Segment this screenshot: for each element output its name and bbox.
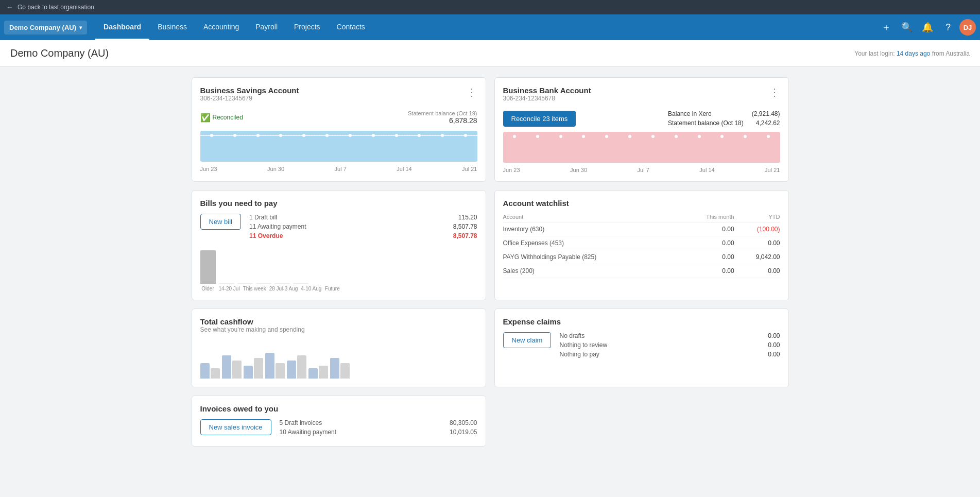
chart-label-1: Jun 30 bbox=[267, 166, 284, 172]
nav-links: Dashboard Business Accounting Payroll Pr… bbox=[95, 14, 373, 40]
statement-balance-label: Statement balance (Oct 19) bbox=[408, 110, 477, 116]
invoice-left: New sales invoice bbox=[200, 419, 271, 435]
savings-menu-icon[interactable]: ⋮ bbox=[467, 86, 477, 98]
nav-link-projects[interactable]: Projects bbox=[286, 14, 329, 40]
last-login: Your last login: 14 days ago from Austra… bbox=[854, 50, 970, 57]
chart-dot bbox=[744, 135, 747, 138]
cf-bar-group-0 bbox=[200, 363, 220, 379]
dropdown-arrow-icon: ▾ bbox=[79, 25, 82, 30]
expense-right: No drafts 0.00 Nothing to review 0.00 No… bbox=[559, 332, 780, 360]
add-button[interactable]: ＋ bbox=[877, 18, 896, 37]
draft-bill-amount: 115.20 bbox=[458, 214, 477, 221]
bar-label-3: 28 Jul-3 Aug bbox=[269, 286, 298, 292]
chart-dot bbox=[233, 134, 236, 137]
reconcile-button[interactable]: Reconcile 23 items bbox=[503, 111, 576, 127]
bank-menu-icon[interactable]: ⋮ bbox=[769, 86, 780, 98]
bar-chart-bars bbox=[200, 248, 477, 284]
cf-bar-group-3 bbox=[265, 353, 285, 379]
balance-in-xero-label: Balance in Xero bbox=[668, 110, 712, 117]
nothing-pay-amount: 0.00 bbox=[768, 351, 780, 358]
company-selector[interactable]: Demo Company (AU) ▾ bbox=[4, 21, 87, 35]
watchlist-thismonth-1: 0.00 bbox=[681, 236, 734, 250]
savings-account-number: 306-234-12345679 bbox=[200, 95, 299, 102]
expense-content: New claim No drafts 0.00 Nothing to revi… bbox=[503, 332, 780, 360]
chart-dot bbox=[464, 134, 467, 137]
watchlist-table: Account This month YTD Inventory (630) 0… bbox=[503, 212, 780, 278]
watchlist-row: Sales (200) 0.00 0.00 bbox=[503, 264, 780, 278]
cf-expense-bar-6 bbox=[340, 363, 350, 379]
awaiting-invoices-label: 10 Awaiting payment bbox=[280, 429, 337, 436]
nav-right: ＋ 🔍 🔔 ? DJ bbox=[877, 18, 976, 37]
bar-thisweek bbox=[237, 283, 253, 284]
bank-chart-label-0: Jun 23 bbox=[503, 167, 520, 173]
card-header: Business Savings Account 306-234-1234567… bbox=[200, 86, 477, 108]
nav-link-contacts[interactable]: Contacts bbox=[329, 14, 373, 40]
chart-label-2: Jul 7 bbox=[335, 166, 347, 172]
savings-title: Business Savings Account bbox=[200, 86, 299, 95]
cf-income-bar-3 bbox=[265, 353, 274, 379]
cf-income-bar-0 bbox=[200, 363, 210, 379]
invoices-card: Invoices owed to you New sales invoice 5… bbox=[192, 396, 486, 447]
chart-dot bbox=[395, 134, 398, 137]
watchlist-col-account: Account bbox=[503, 212, 681, 222]
avatar[interactable]: DJ bbox=[959, 19, 976, 36]
nav-link-payroll[interactable]: Payroll bbox=[247, 14, 286, 40]
watchlist-ytd-3: 0.00 bbox=[734, 264, 780, 278]
notifications-button[interactable]: 🔔 bbox=[918, 18, 937, 37]
chart-dot bbox=[698, 135, 701, 138]
bank-title: Business Bank Account bbox=[503, 86, 591, 95]
balance-in-xero-amount: (2,921.48) bbox=[752, 110, 780, 117]
watchlist-row: Inventory (630) 0.00 (100.00) bbox=[503, 222, 780, 236]
chart-dot bbox=[582, 135, 585, 138]
expense-left: New claim bbox=[503, 332, 552, 348]
main-content: Business Savings Account 306-234-1234567… bbox=[181, 67, 799, 457]
last-login-link[interactable]: 14 days ago bbox=[897, 50, 930, 57]
bar-label-1: 14-20 Jul bbox=[219, 286, 240, 292]
cf-expense-bar-0 bbox=[211, 368, 220, 379]
bills-bar-chart: Older 14-20 Jul This week 28 Jul-3 Aug 4… bbox=[200, 248, 477, 292]
help-button[interactable]: ? bbox=[939, 18, 957, 37]
nav-link-dashboard[interactable]: Dashboard bbox=[95, 14, 149, 40]
nothing-pay-row: Nothing to pay 0.00 bbox=[559, 351, 780, 358]
chart-dot bbox=[513, 135, 516, 138]
cashflow-title: Total cashflow bbox=[200, 317, 477, 326]
chart-dot bbox=[767, 135, 770, 138]
cashflow-chart bbox=[200, 337, 477, 379]
watchlist-thismonth-3: 0.00 bbox=[681, 264, 734, 278]
watchlist-ytd-2: 9,042.00 bbox=[734, 250, 780, 264]
cf-bar-group-1 bbox=[222, 355, 242, 379]
search-button[interactable]: 🔍 bbox=[898, 18, 916, 37]
bank-balance-info: Balance in Xero (2,921.48) Statement bal… bbox=[668, 110, 780, 127]
bar-label-5: Future bbox=[324, 286, 340, 292]
cf-bar-group-5 bbox=[308, 366, 328, 379]
no-drafts-label: No drafts bbox=[559, 332, 584, 339]
bank-statement-amount: 4,242.62 bbox=[756, 119, 780, 127]
new-bill-button[interactable]: New bill bbox=[200, 214, 242, 230]
nav-link-accounting[interactable]: Accounting bbox=[195, 14, 247, 40]
page-header: Demo Company (AU) Your last login: 14 da… bbox=[0, 40, 980, 67]
cf-income-bar-6 bbox=[330, 358, 339, 379]
top-bar[interactable]: ← Go back to last organisation bbox=[0, 0, 980, 14]
bank-chart-labels: Jun 23 Jun 30 Jul 7 Jul 14 Jul 21 bbox=[503, 167, 780, 173]
watchlist-thismonth-2: 0.00 bbox=[681, 250, 734, 264]
chart-dots-pink bbox=[503, 135, 780, 138]
chart-label-4: Jul 21 bbox=[462, 166, 477, 172]
cf-income-bar-5 bbox=[308, 368, 318, 379]
reconciled-label: Reconciled bbox=[213, 114, 243, 121]
invoice-right: 5 Draft invoices 80,305.00 10 Awaiting p… bbox=[280, 419, 477, 438]
watchlist-ytd-1: 0.00 bbox=[734, 236, 780, 250]
nothing-review-row: Nothing to review 0.00 bbox=[559, 341, 780, 349]
awaiting-bill-amount: 8,507.78 bbox=[453, 223, 477, 230]
chart-labels: Jun 23 Jun 30 Jul 7 Jul 14 Jul 21 bbox=[200, 166, 477, 172]
new-claim-button[interactable]: New claim bbox=[503, 332, 552, 348]
bar-older bbox=[200, 250, 216, 284]
chart-dot bbox=[325, 134, 329, 137]
awaiting-bill-label: 11 Awaiting payment bbox=[249, 223, 306, 230]
business-bank-card: Business Bank Account 306-234-12345678 ⋮… bbox=[494, 77, 789, 182]
new-sales-invoice-button[interactable]: New sales invoice bbox=[200, 419, 271, 435]
nav-link-business[interactable]: Business bbox=[149, 14, 195, 40]
watchlist-account-1: Office Expenses (453) bbox=[503, 236, 681, 250]
cf-expense-bar-5 bbox=[319, 366, 328, 379]
bar-label-4: 4-10 Aug bbox=[301, 286, 321, 292]
chart-label-3: Jul 14 bbox=[397, 166, 411, 172]
